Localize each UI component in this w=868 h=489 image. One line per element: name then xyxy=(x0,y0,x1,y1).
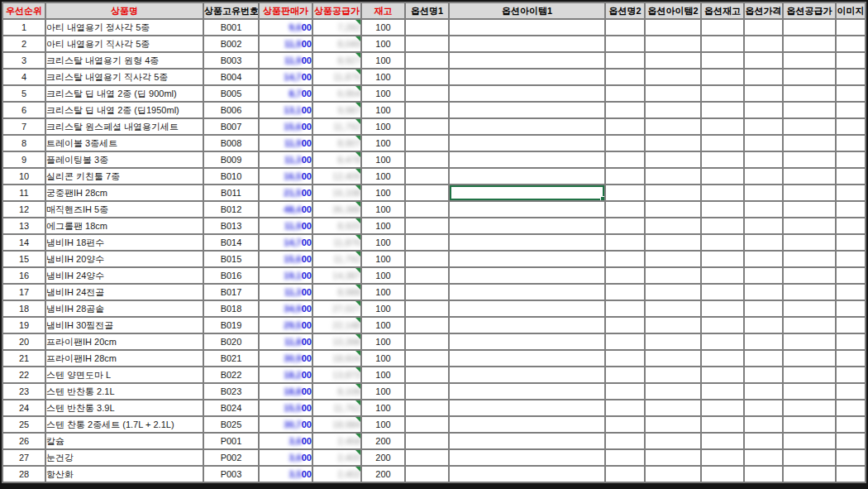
cell-image[interactable] xyxy=(836,317,866,333)
cell-opt-item1[interactable] xyxy=(449,284,605,300)
cell-stock[interactable]: 100 xyxy=(361,317,405,333)
cell-opt-item2[interactable] xyxy=(645,102,701,118)
cell-sale-price[interactable]: 11,300 xyxy=(259,151,312,168)
cell-image[interactable] xyxy=(836,102,866,118)
cell-opt-stock[interactable] xyxy=(701,52,744,69)
cell-product-code[interactable]: B007 xyxy=(203,118,259,135)
cell-product-name[interactable]: 스텐 반찬통 2.1L xyxy=(45,383,203,400)
cell-opt-name2[interactable] xyxy=(605,383,645,400)
cell-opt-name1[interactable] xyxy=(405,267,449,284)
cell-opt-name2[interactable] xyxy=(605,433,645,449)
cell-opt-name2[interactable] xyxy=(605,284,645,300)
cell-product-code[interactable]: B025 xyxy=(203,416,259,433)
cell-image[interactable] xyxy=(836,36,866,52)
cell-opt-supply[interactable] xyxy=(783,300,836,317)
cell-sale-price[interactable]: 13,100 xyxy=(259,102,312,118)
cell-opt-price[interactable] xyxy=(744,267,783,284)
cell-product-code[interactable]: B020 xyxy=(203,333,259,350)
cell-opt-item2[interactable] xyxy=(645,201,701,218)
cell-opt-name1[interactable] xyxy=(405,36,449,52)
cell-opt-name2[interactable] xyxy=(605,118,645,135)
cell-product-name[interactable]: 실리콘 키친툴 7종 xyxy=(45,168,203,185)
cell-opt-item2[interactable] xyxy=(645,251,701,267)
cell-product-name[interactable]: 냄비IH 20양수 xyxy=(45,251,203,267)
selected-cell[interactable] xyxy=(449,185,605,201)
cell-priority[interactable]: 2 xyxy=(2,36,45,52)
cell-opt-name2[interactable] xyxy=(605,168,645,185)
cell-supply-price[interactable]: 7,282 xyxy=(312,19,361,36)
cell-opt-item1[interactable] xyxy=(449,350,605,367)
cell-opt-item2[interactable] xyxy=(645,400,701,416)
cell-opt-name2[interactable] xyxy=(605,151,645,168)
cell-image[interactable] xyxy=(836,267,866,284)
cell-opt-stock[interactable] xyxy=(701,416,744,433)
cell-opt-item2[interactable] xyxy=(645,52,701,69)
cell-sale-price[interactable]: 21,500 xyxy=(259,185,312,201)
cell-opt-name2[interactable] xyxy=(605,36,645,52)
cell-opt-price[interactable] xyxy=(744,284,783,300)
cell-opt-item1[interactable] xyxy=(449,102,605,118)
cell-sale-price[interactable]: 14,700 xyxy=(259,234,312,251)
cell-opt-price[interactable] xyxy=(744,300,783,317)
cell-opt-name2[interactable] xyxy=(605,52,645,69)
cell-priority[interactable]: 28 xyxy=(2,466,45,482)
cell-opt-stock[interactable] xyxy=(701,400,744,416)
cell-supply-price[interactable]: 11,792 xyxy=(312,118,361,135)
cell-opt-supply[interactable] xyxy=(783,400,836,416)
cell-opt-item1[interactable] xyxy=(449,168,605,185)
cell-opt-supply[interactable] xyxy=(783,151,836,168)
cell-opt-item2[interactable] xyxy=(645,151,701,168)
cell-opt-item1[interactable] xyxy=(449,400,605,416)
cell-opt-item1[interactable] xyxy=(449,367,605,383)
cell-priority[interactable]: 22 xyxy=(2,367,45,383)
cell-opt-name2[interactable] xyxy=(605,135,645,151)
header-cell-stock[interactable]: 재고 xyxy=(361,2,405,19)
cell-opt-stock[interactable] xyxy=(701,36,744,52)
cell-opt-name1[interactable] xyxy=(405,135,449,151)
cell-stock[interactable]: 100 xyxy=(361,416,405,433)
cell-priority[interactable]: 10 xyxy=(2,168,45,185)
cell-product-name[interactable]: 스텐 찬통 2종세트 (1.7L + 2.1L) xyxy=(45,416,203,433)
cell-priority[interactable]: 4 xyxy=(2,69,45,85)
cell-opt-item1[interactable] xyxy=(449,118,605,135)
cell-product-name[interactable]: 크리스탈 원스페셜 내열용기세트 xyxy=(45,118,203,135)
cell-opt-name2[interactable] xyxy=(605,333,645,350)
cell-opt-name1[interactable] xyxy=(405,69,449,85)
cell-image[interactable] xyxy=(836,185,866,201)
cell-opt-name1[interactable] xyxy=(405,284,449,300)
cell-supply-price[interactable]: 8,049 xyxy=(312,36,361,52)
cell-opt-name1[interactable] xyxy=(405,350,449,367)
cell-opt-item2[interactable] xyxy=(645,168,701,185)
cell-stock[interactable]: 100 xyxy=(361,333,405,350)
cell-opt-item2[interactable] xyxy=(645,36,701,52)
cell-image[interactable] xyxy=(836,300,866,317)
cell-product-name[interactable]: 스텐 양면도마 L xyxy=(45,367,203,383)
cell-opt-name2[interactable] xyxy=(605,85,645,102)
cell-stock[interactable]: 100 xyxy=(361,36,405,52)
cell-opt-name1[interactable] xyxy=(405,433,449,449)
cell-product-code[interactable]: B014 xyxy=(203,234,259,251)
cell-opt-name1[interactable] xyxy=(405,416,449,433)
cell-image[interactable] xyxy=(836,400,866,416)
cell-image[interactable] xyxy=(836,52,866,69)
cell-stock[interactable]: 100 xyxy=(361,234,405,251)
cell-opt-item1[interactable] xyxy=(449,433,605,449)
header-cell-opt_price[interactable]: 옵션가격 xyxy=(744,2,783,19)
cell-opt-supply[interactable] xyxy=(783,185,836,201)
cell-opt-name2[interactable] xyxy=(605,449,645,466)
cell-priority[interactable]: 12 xyxy=(2,201,45,218)
cell-opt-supply[interactable] xyxy=(783,466,836,482)
cell-opt-supply[interactable] xyxy=(783,19,836,36)
cell-priority[interactable]: 17 xyxy=(2,284,45,300)
cell-image[interactable] xyxy=(836,383,866,400)
cell-opt-stock[interactable] xyxy=(701,168,744,185)
cell-opt-stock[interactable] xyxy=(701,267,744,284)
cell-opt-name2[interactable] xyxy=(605,416,645,433)
cell-image[interactable] xyxy=(836,466,866,482)
cell-opt-name2[interactable] xyxy=(605,69,645,85)
cell-product-code[interactable]: B004 xyxy=(203,69,259,85)
cell-stock[interactable]: 100 xyxy=(361,168,405,185)
cell-product-code[interactable]: B010 xyxy=(203,168,259,185)
cell-image[interactable] xyxy=(836,19,866,36)
cell-product-name[interactable]: 냄비IH 24양수 xyxy=(45,267,203,284)
